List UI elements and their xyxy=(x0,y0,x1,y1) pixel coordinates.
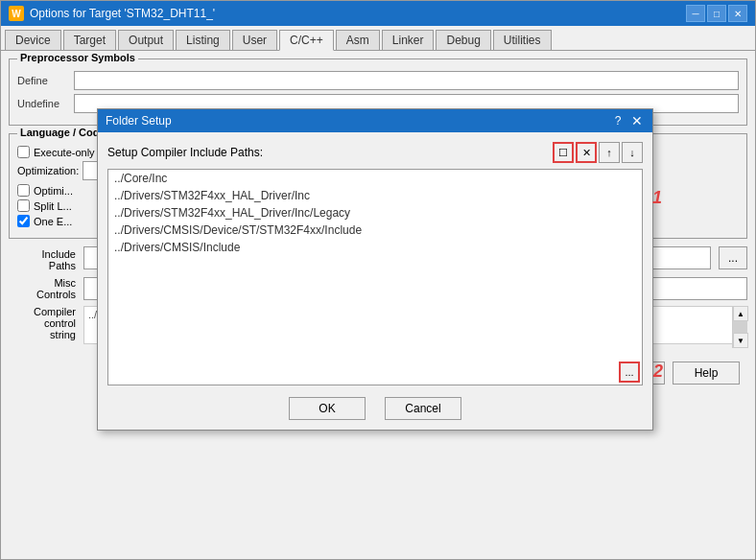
scrollbar[interactable]: ▲ ▼ xyxy=(732,306,747,348)
main-window: W Options for Target 'STM32_DHT11_' ─ □ … xyxy=(0,0,756,560)
split-label: Split L... xyxy=(34,200,72,212)
one-label: One E... xyxy=(34,216,72,227)
optimi-label: Optimi... xyxy=(34,185,73,197)
maximize-button[interactable]: □ xyxy=(707,5,726,22)
define-label: Define xyxy=(17,75,70,86)
new-folder-icon: ☐ xyxy=(558,147,568,159)
app-icon: W xyxy=(9,6,24,21)
move-down-button[interactable]: ↓ xyxy=(622,142,643,163)
lacy-button[interactable]: ... xyxy=(719,246,747,269)
tab-device[interactable]: Device xyxy=(5,30,61,50)
dialog-header-row: Setup Compiler Include Paths: ☐ ✕ ↑ ↓ xyxy=(107,142,643,163)
window-close-button[interactable]: ✕ xyxy=(728,5,747,22)
tab-utilities[interactable]: Utilities xyxy=(493,30,552,50)
up-arrow-icon: ↑ xyxy=(606,147,612,158)
optimi-checkbox[interactable] xyxy=(17,184,30,197)
dialog-close-button[interactable]: ✕ xyxy=(629,113,645,128)
scroll-up-btn[interactable]: ▲ xyxy=(733,306,748,321)
title-bar: W Options for Target 'STM32_DHT11_' ─ □ … xyxy=(1,1,755,26)
delete-button[interactable]: ✕ xyxy=(576,142,597,163)
tab-bar: Device Target Output Listing User C/C++ … xyxy=(1,26,755,51)
execute-checkbox[interactable] xyxy=(17,146,30,158)
minimize-button[interactable]: ─ xyxy=(686,5,705,22)
tab-target[interactable]: Target xyxy=(63,30,116,50)
split-checkbox[interactable] xyxy=(17,199,30,212)
list-item[interactable]: ../Drivers/STM32F4xx_HAL_Driver/Inc/Lega… xyxy=(108,204,642,222)
setup-label: Setup Compiler Include Paths: xyxy=(107,146,263,159)
tab-asm[interactable]: Asm xyxy=(336,30,380,50)
undefine-label: Undefine xyxy=(17,98,70,109)
list-item[interactable]: ../Drivers/STM32F4xx_HAL_Driver/Inc xyxy=(108,187,642,204)
title-bar-controls: ─ □ ✕ xyxy=(686,5,747,22)
define-input[interactable] xyxy=(74,71,739,90)
dialog-help-button[interactable]: ? xyxy=(610,113,626,128)
ellipsis-container: ... 2 xyxy=(107,360,643,385)
scroll-track xyxy=(733,321,747,333)
preprocessor-label: Preprocessor Symbols xyxy=(17,52,138,63)
list-item[interactable]: ../Drivers/CMSIS/Device/ST/STM32F4xx/Inc… xyxy=(108,222,642,239)
move-up-button[interactable]: ↑ xyxy=(599,142,620,163)
define-row: Define xyxy=(17,71,739,90)
scroll-down-btn[interactable]: ▼ xyxy=(733,333,748,348)
title-bar-left: W Options for Target 'STM32_DHT11_' xyxy=(9,6,215,21)
help-button[interactable]: Help xyxy=(673,362,740,385)
dialog-controls: ? ✕ xyxy=(610,113,645,128)
tab-user[interactable]: User xyxy=(232,30,277,50)
window-title: Options for Target 'STM32_DHT11_' xyxy=(30,7,215,20)
list-item[interactable]: ../Core/Inc xyxy=(108,170,642,187)
tab-linker[interactable]: Linker xyxy=(382,30,435,50)
tab-output[interactable]: Output xyxy=(118,30,174,50)
dialog-title: Folder Setup xyxy=(106,114,172,128)
include-paths-list[interactable]: ../Core/Inc ../Drivers/STM32F4xx_HAL_Dri… xyxy=(107,169,643,361)
optimization-label: Optimization: xyxy=(17,165,79,176)
ellipsis-button[interactable]: ... xyxy=(619,362,640,383)
compiler-control-label: Compiler control string xyxy=(9,306,76,340)
dialog-body: Setup Compiler Include Paths: ☐ ✕ ↑ ↓ xyxy=(98,132,652,430)
list-container: 1 ../Core/Inc ../Drivers/STM32F4xx_HAL_D… xyxy=(107,169,643,385)
dialog-title-bar: Folder Setup ? ✕ xyxy=(98,109,652,132)
one-checkbox[interactable] xyxy=(17,215,30,227)
down-arrow-icon: ↓ xyxy=(629,147,635,158)
tab-debug[interactable]: Debug xyxy=(436,30,490,50)
dialog-cancel-button[interactable]: Cancel xyxy=(385,397,461,420)
dialog-bottom-buttons: OK Cancel xyxy=(107,397,643,420)
misc-controls-label: Misc Controls xyxy=(9,277,76,300)
tab-listing[interactable]: Listing xyxy=(176,30,230,50)
list-item[interactable]: ../Drivers/CMSIS/Include xyxy=(108,239,642,256)
tab-ccpp[interactable]: C/C++ xyxy=(279,30,334,51)
delete-icon: ✕ xyxy=(582,147,591,159)
include-paths-label: Include Paths xyxy=(9,246,76,271)
dialog-toolbar: ☐ ✕ ↑ ↓ xyxy=(553,142,643,163)
folder-setup-dialog: Folder Setup ? ✕ Setup Compiler Include … xyxy=(97,108,653,431)
new-folder-button[interactable]: ☐ xyxy=(553,142,574,163)
dialog-ok-button[interactable]: OK xyxy=(289,397,366,420)
